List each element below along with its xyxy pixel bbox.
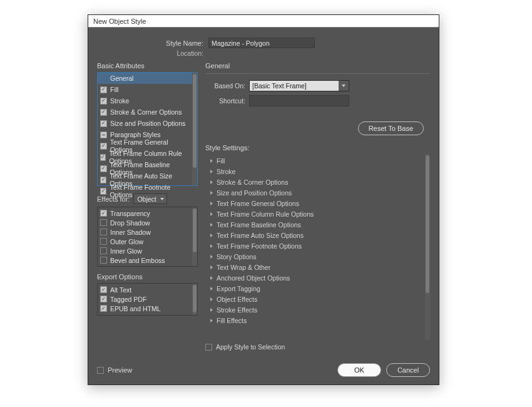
basic-attribute-item[interactable]: Stroke <box>98 95 192 106</box>
effect-checkbox[interactable] <box>100 247 107 254</box>
style-setting-item[interactable]: Fill <box>205 155 425 166</box>
attribute-label: Size and Position Options <box>110 120 185 127</box>
style-setting-item[interactable]: Object Effects <box>205 294 425 304</box>
attribute-checkbox[interactable] <box>100 131 107 138</box>
style-setting-item[interactable]: Story Options <box>205 251 425 262</box>
style-setting-label: Text Wrap & Other <box>217 264 270 271</box>
chevron-right-icon <box>210 234 213 237</box>
effect-item[interactable]: Transparency <box>98 209 192 218</box>
style-settings-tree[interactable]: FillStrokeStroke & Corner OptionsSize an… <box>205 154 430 339</box>
style-setting-label: Fill <box>217 157 225 165</box>
style-setting-label: Size and Position Options <box>217 189 292 197</box>
shortcut-input[interactable] <box>249 95 349 106</box>
attribute-checkbox[interactable] <box>100 143 107 150</box>
effect-item[interactable]: Drop Shadow <box>98 218 192 227</box>
chevron-right-icon <box>210 308 213 312</box>
export-checkbox[interactable] <box>100 296 107 302</box>
effect-item[interactable]: Bevel and Emboss <box>98 255 192 265</box>
attribute-checkbox[interactable] <box>100 165 107 172</box>
based-on-row: Based On: [Basic Text Frame] <box>205 80 430 91</box>
preview-checkbox[interactable] <box>97 367 104 374</box>
based-on-select[interactable]: [Basic Text Frame] <box>249 80 349 91</box>
style-setting-item[interactable]: Text Wrap & Other <box>205 262 425 272</box>
effects-list[interactable]: TransparencyDrop ShadowInner ShadowOuter… <box>97 207 198 267</box>
attribute-checkbox[interactable] <box>100 109 107 116</box>
basic-attribute-item[interactable]: Stroke & Corner Options <box>98 106 192 118</box>
style-setting-item[interactable]: Export Tagging <box>205 283 425 294</box>
style-name-input[interactable] <box>208 38 315 48</box>
chevron-right-icon <box>210 255 213 259</box>
style-setting-label: Anchored Object Options <box>217 274 290 282</box>
style-setting-item[interactable]: Text Frame General Options <box>205 198 425 209</box>
effects-for-select[interactable]: Object <box>133 193 166 204</box>
export-scrollbar[interactable] <box>192 284 197 315</box>
cancel-button[interactable]: Cancel <box>386 363 430 377</box>
general-section-title: General <box>205 62 430 70</box>
style-setting-label: Stroke <box>217 168 235 175</box>
effect-checkbox[interactable] <box>100 210 107 217</box>
style-setting-item[interactable]: Text Frame Baseline Options <box>205 219 425 230</box>
effect-checkbox[interactable] <box>100 257 107 264</box>
effect-item[interactable]: Outer Glow <box>98 237 192 246</box>
style-setting-item[interactable]: Text Frame Auto Size Options <box>205 230 425 240</box>
effect-item[interactable]: Inner Shadow <box>98 227 192 237</box>
chevron-right-icon <box>210 191 213 195</box>
effect-checkbox[interactable] <box>100 229 107 235</box>
effect-checkbox[interactable] <box>100 219 107 226</box>
attribute-checkbox[interactable] <box>100 98 107 105</box>
export-item[interactable]: Alt Text <box>98 285 192 294</box>
dialog-footer: Preview OK Cancel <box>88 357 439 384</box>
style-setting-item[interactable]: Fill Effects <box>205 315 425 326</box>
basic-attributes-list[interactable]: GeneralFillStrokeStroke & Corner Options… <box>97 72 198 186</box>
style-setting-item[interactable]: Stroke Effects <box>205 304 425 315</box>
basic-attributes-scrollbar[interactable] <box>192 73 197 185</box>
columns: Basic Attributes GeneralFillStrokeStroke… <box>97 62 430 351</box>
effects-scrollbar[interactable] <box>192 207 197 266</box>
shortcut-row: Shortcut: <box>205 95 430 106</box>
dialog-title: New Object Style <box>93 18 146 25</box>
style-setting-label: Text Frame Footnote Options <box>217 242 302 250</box>
style-settings-scrollbar[interactable] <box>425 154 430 339</box>
chevron-right-icon <box>210 319 213 322</box>
attribute-checkbox[interactable] <box>100 154 106 161</box>
style-setting-item[interactable]: Stroke & Corner Options <box>205 177 425 187</box>
export-checkbox[interactable] <box>100 305 107 312</box>
chevron-right-icon <box>210 223 213 227</box>
attribute-checkbox[interactable] <box>100 86 107 93</box>
export-item[interactable]: EPUB and HTML <box>98 304 192 313</box>
attribute-checkbox[interactable] <box>100 188 106 195</box>
attribute-checkbox[interactable] <box>100 120 107 127</box>
chevron-right-icon <box>210 297 213 301</box>
basic-attribute-item[interactable]: Fill <box>98 84 192 95</box>
effect-label: Transparency <box>110 210 150 217</box>
chevron-right-icon <box>210 244 213 248</box>
export-options-list[interactable]: Alt TextTagged PDFEPUB and HTML <box>97 283 198 316</box>
attribute-checkbox[interactable] <box>100 177 106 183</box>
export-item[interactable]: Tagged PDF <box>98 294 192 304</box>
effect-label: Outer Glow <box>110 238 143 245</box>
style-setting-item[interactable]: Text Frame Column Rule Options <box>205 209 425 219</box>
chevron-right-icon <box>210 180 213 184</box>
general-divider <box>205 73 430 74</box>
style-name-label: Style Name: <box>97 39 208 47</box>
style-setting-item[interactable]: Anchored Object Options <box>205 272 425 283</box>
preview-row: Preview <box>97 366 132 374</box>
ok-button[interactable]: OK <box>337 363 381 377</box>
style-setting-item[interactable]: Size and Position Options <box>205 187 425 198</box>
reset-to-base-button[interactable]: Reset To Base <box>358 121 424 135</box>
apply-style-checkbox[interactable] <box>205 344 212 351</box>
based-on-value: [Basic Text Frame] <box>252 82 307 90</box>
export-label: EPUB and HTML <box>110 305 161 312</box>
style-setting-label: Fill Effects <box>217 317 247 324</box>
style-setting-item[interactable]: Text Frame Footnote Options <box>205 240 425 251</box>
effect-checkbox[interactable] <box>100 238 107 245</box>
style-setting-label: Object Effects <box>217 296 257 303</box>
style-setting-item[interactable]: Stroke <box>205 166 425 177</box>
chevron-right-icon <box>210 202 213 205</box>
basic-attribute-item[interactable]: Size and Position Options <box>98 118 192 129</box>
chevron-right-icon <box>210 265 213 269</box>
basic-attribute-item[interactable]: General <box>98 73 192 84</box>
export-checkbox[interactable] <box>100 286 107 293</box>
effect-item[interactable]: Inner Glow <box>98 246 192 255</box>
attribute-label: Fill <box>110 86 118 93</box>
